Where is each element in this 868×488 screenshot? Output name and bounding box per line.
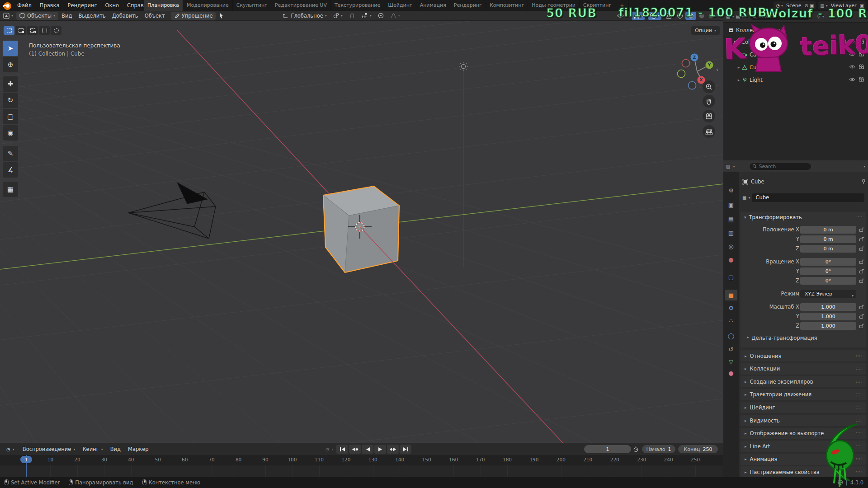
- object-name[interactable]: Cube: [750, 64, 763, 70]
- tab-particles[interactable]: ∴: [725, 315, 737, 326]
- hide-viewport-toggle[interactable]: [849, 39, 855, 46]
- outliner-root-row[interactable]: Коллекция сцены: [723, 25, 868, 35]
- tab-modifiers[interactable]: ⚙: [725, 302, 737, 313]
- object-name[interactable]: Collection: [741, 39, 767, 45]
- tool-annotate[interactable]: ✎: [3, 146, 18, 161]
- panel-настраиваемые-свойства[interactable]: ▸Настраиваемые свойства∷∷: [741, 466, 866, 478]
- tab-render[interactable]: ▣: [725, 199, 737, 210]
- editor-type-button[interactable]: ▾: [0, 11, 16, 21]
- object-name[interactable]: Camera: [750, 52, 770, 58]
- tab-constraints[interactable]: ↺: [725, 344, 737, 355]
- eye-icon[interactable]: [849, 52, 855, 56]
- tab-object-data[interactable]: ▽: [725, 356, 737, 367]
- snap-toggle[interactable]: [346, 11, 358, 21]
- viewlayer-selector[interactable]: ▥ ▾ ViewLayer ▣: [818, 1, 866, 9]
- workspace-tab-Планировка[interactable]: Планировка: [144, 0, 183, 11]
- value-field[interactable]: 0 m: [800, 226, 856, 234]
- lock-icon[interactable]: [859, 323, 864, 328]
- timeline-track[interactable]: [0, 465, 723, 477]
- viewport-menu-Объект[interactable]: Объект: [142, 11, 168, 21]
- camera-view-button[interactable]: [703, 110, 715, 122]
- visibility-dropdown[interactable]: ▾: [616, 11, 629, 21]
- hide-viewport-toggle[interactable]: [849, 64, 855, 70]
- proportional-falloff-selector[interactable]: ▾: [387, 11, 403, 21]
- lock-icon[interactable]: [859, 259, 864, 264]
- panel-drag-handle[interactable]: ∷∷: [856, 457, 862, 461]
- disable-render-toggle[interactable]: [859, 52, 864, 58]
- eye-icon[interactable]: [849, 39, 855, 44]
- expander-icon[interactable]: ▸: [736, 78, 741, 82]
- show-gizmo-toggle[interactable]: ▾: [632, 12, 645, 20]
- filter-icon[interactable]: ▽: [817, 14, 821, 19]
- panel-траектории-движения[interactable]: ▸Траектории движения∷∷: [741, 389, 866, 400]
- panel-drag-handle[interactable]: ∷∷: [856, 380, 862, 384]
- timeline-ruler[interactable]: 1020304050607080901001101201301401501601…: [0, 455, 723, 465]
- snap-target-selector[interactable]: ▾: [358, 11, 375, 21]
- blender-logo-icon[interactable]: [4, 2, 11, 10]
- viewport-3d[interactable]: Пользовательская перспектива (1) Collect…: [0, 21, 723, 443]
- panel-drag-handle[interactable]: ∷∷: [856, 405, 862, 410]
- proportional-edit-toggle[interactable]: [375, 11, 387, 21]
- keyframe-prev-button[interactable]: [349, 445, 361, 454]
- delta-transform-panel[interactable]: ▸ Дельта-трансформация: [747, 335, 817, 341]
- value-field[interactable]: 0 m: [800, 245, 856, 253]
- frame-start-field[interactable]: Начало 1: [642, 445, 675, 453]
- play-button[interactable]: [374, 445, 386, 454]
- tab-tool[interactable]: ⚙: [725, 185, 737, 196]
- lock-toggle[interactable]: [859, 246, 864, 253]
- value-field[interactable]: 1.000: [800, 303, 856, 311]
- panel-создание-экземпляров[interactable]: ▸Создание экземпляров∷∷: [741, 376, 866, 387]
- jump-start-button[interactable]: [336, 445, 348, 454]
- zoom-button[interactable]: [703, 80, 715, 93]
- timeline-menu-Воспроизведение[interactable]: Воспроизведение▾: [19, 446, 79, 452]
- tool-transform[interactable]: ◉: [3, 125, 18, 141]
- rotation-mode-dropdown[interactable]: XYZ Эйлер▾: [800, 290, 856, 298]
- tool-scale[interactable]: ▢: [3, 109, 18, 124]
- lock-toggle[interactable]: [859, 278, 864, 285]
- tool-cursor[interactable]: ⊕: [3, 57, 18, 72]
- pivot-point-selector[interactable]: ▾: [330, 11, 346, 21]
- viewlayer-name[interactable]: ViewLayer: [829, 3, 859, 9]
- panel-drag-handle[interactable]: ∷∷: [856, 418, 862, 423]
- tab-material[interactable]: ●: [725, 367, 737, 378]
- xray-toggle[interactable]: [664, 11, 673, 21]
- properties-search[interactable]: [749, 163, 811, 170]
- topbar-menu-Файл[interactable]: Файл: [13, 0, 36, 11]
- panel-отображение-во-вьюпорте[interactable]: ▸Отображение во вьюпорте∷∷: [741, 428, 866, 439]
- active-tool-button[interactable]: Упрощение: [171, 12, 216, 20]
- lock-toggle[interactable]: [859, 268, 864, 275]
- workspace-tab-Моделирование[interactable]: Моделирование: [183, 0, 233, 11]
- lock-icon[interactable]: [859, 227, 864, 232]
- orthographic-toggle-button[interactable]: [703, 125, 715, 138]
- keyframe-next-button[interactable]: [387, 445, 399, 454]
- workspace-tab-Текстурирование[interactable]: Текстурирование: [331, 0, 384, 11]
- transform-panel-header[interactable]: ▾ Трансформировать ∷∷: [741, 212, 866, 223]
- panel-drag-handle[interactable]: ∷∷: [856, 392, 862, 397]
- select-mode-subtract[interactable]: [27, 26, 38, 35]
- new-scene-icon[interactable]: ▣: [810, 3, 814, 8]
- select-mode-intersect[interactable]: [51, 26, 61, 35]
- render-visibility-icon[interactable]: [859, 39, 864, 44]
- eye-icon[interactable]: [849, 77, 855, 82]
- panel-drag-handle[interactable]: ∷∷: [856, 366, 862, 371]
- expander-icon[interactable]: ▾: [728, 40, 733, 44]
- lock-icon[interactable]: [859, 236, 864, 242]
- hide-viewport-toggle[interactable]: [849, 52, 855, 58]
- panel-drag-handle[interactable]: ∷∷: [856, 431, 862, 436]
- value-field[interactable]: 1.000: [800, 322, 856, 330]
- topbar-menu-Правка[interactable]: Правка: [36, 0, 64, 11]
- workspace-tab-Редактирование UV[interactable]: Редактирование UV: [271, 0, 331, 11]
- lock-toggle[interactable]: [859, 323, 864, 330]
- new-viewlayer-icon[interactable]: ▣: [860, 3, 864, 8]
- lock-icon[interactable]: [859, 246, 864, 251]
- shading-wireframe-button[interactable]: [676, 11, 684, 21]
- breadcrumb-object[interactable]: Cube: [751, 178, 764, 185]
- outliner-row-camera[interactable]: ▸Camera: [723, 50, 868, 60]
- lock-icon[interactable]: [859, 278, 864, 283]
- viewport-menu-Вид[interactable]: Вид: [58, 11, 75, 21]
- selectability-checkbox[interactable]: [840, 39, 846, 46]
- tab-physics[interactable]: ◯: [725, 330, 737, 341]
- frame-end-field[interactable]: Конец 250: [678, 445, 718, 453]
- tweak-tool-button[interactable]: [216, 11, 228, 21]
- play-reverse-button[interactable]: [362, 445, 373, 454]
